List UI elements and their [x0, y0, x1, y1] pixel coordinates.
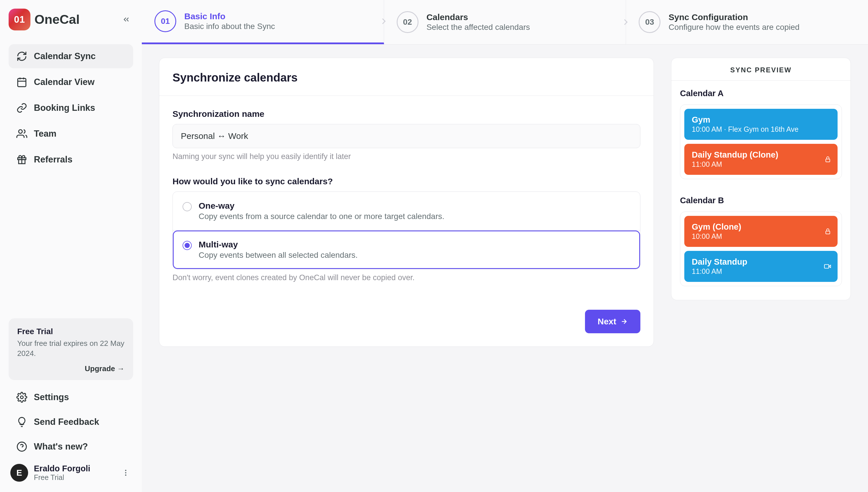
radio-option-one-way[interactable]: One-way Copy events from a source calend…: [173, 192, 640, 230]
more-vertical-icon: [122, 469, 130, 477]
sidebar-item-settings[interactable]: Settings: [8, 386, 133, 409]
team-icon: [16, 128, 28, 140]
sidebar-item-calendar-sync[interactable]: Calendar Sync: [8, 44, 133, 68]
sync-name-input[interactable]: [173, 124, 640, 148]
sidebar-item-label: Referrals: [34, 154, 72, 165]
brand-name: OneCal: [34, 12, 80, 27]
step-body: Calendars Select the affected calendars: [426, 13, 530, 32]
preview-header: SYNC PREVIEW: [671, 58, 850, 81]
option-title: Multi-way: [199, 240, 358, 249]
step-subtitle: Select the affected calendars: [426, 23, 530, 32]
user-info: Eraldo Forgoli Free Trial: [34, 464, 114, 482]
chevron-left-icon: [122, 15, 131, 24]
user-name: Eraldo Forgoli: [34, 464, 114, 473]
svg-rect-0: [18, 78, 26, 87]
event-title: Gym (Clone): [692, 222, 830, 232]
link-icon: [16, 102, 28, 114]
event-card: Gym 10:00 AM · Flex Gym on 16th Ave Dail…: [680, 104, 842, 179]
form-body: Synchronization name Naming your sync wi…: [159, 96, 653, 301]
step-calendars[interactable]: 02 Calendars Select the affected calenda…: [384, 0, 626, 44]
sidebar-item-label: Calendar View: [34, 77, 94, 87]
video-icon: [824, 263, 831, 270]
radio-indicator: [182, 241, 192, 250]
option-title: One-way: [199, 201, 444, 211]
footer-nav: Settings Send Feedback What's new?: [8, 386, 133, 458]
user-menu-button[interactable]: [120, 467, 131, 478]
chevron-right-icon: [379, 16, 389, 26]
step-number: 03: [639, 11, 661, 33]
calendar-icon: [16, 76, 28, 88]
sidebar-item-whats-new[interactable]: What's new?: [8, 435, 133, 458]
page-title: Synchronize calendars: [173, 71, 640, 84]
sidebar-item-label: Settings: [34, 392, 69, 402]
svg-rect-16: [826, 231, 830, 234]
event-subtitle: 11:00 AM: [692, 267, 830, 275]
lightbulb-icon: [16, 416, 28, 428]
arrow-right-icon: [620, 318, 628, 325]
collapse-sidebar-button[interactable]: [119, 13, 133, 26]
next-button[interactable]: Next: [585, 310, 640, 333]
svg-point-8: [20, 396, 23, 399]
preview-panel: SYNC PREVIEW Calendar A Gym 10:00 AM · F…: [671, 58, 851, 300]
step-title: Sync Configuration: [669, 13, 799, 22]
step-body: Sync Configuration Configure how the eve…: [669, 13, 799, 32]
trial-card: Free Trial Your free trial expires on 22…: [8, 318, 133, 380]
calendar-name: Calendar B: [680, 196, 842, 205]
next-button-label: Next: [598, 317, 616, 326]
sidebar-item-label: Booking Links: [34, 103, 95, 113]
svg-rect-15: [826, 159, 830, 162]
step-title: Basic Info: [184, 11, 275, 21]
step-number: 02: [397, 11, 419, 33]
event-title: Daily Standup: [692, 257, 830, 267]
option-description: Copy events from a source calendar to on…: [199, 212, 444, 221]
gift-icon: [16, 154, 28, 165]
svg-rect-17: [824, 265, 829, 268]
stepper: 01 Basic Info Basic info about the Sync …: [142, 0, 868, 45]
step-subtitle: Basic info about the Sync: [184, 22, 275, 31]
event-gym: Gym 10:00 AM · Flex Gym on 16th Ave: [684, 109, 838, 140]
avatar: E: [10, 464, 28, 482]
sync-name-field: Synchronization name Naming your sync wi…: [173, 109, 640, 161]
sync-mode-radio-group: One-way Copy events from a source calend…: [173, 192, 640, 269]
main: 01 Basic Info Basic info about the Sync …: [142, 0, 868, 492]
calendar-a-section: Calendar A Gym 10:00 AM · Flex Gym on 16…: [671, 81, 850, 188]
form-head: Synchronize calendars: [159, 58, 653, 96]
option-description: Copy events between all selected calenda…: [199, 251, 358, 260]
event-subtitle: 10:00 AM · Flex Gym on 16th Ave: [692, 125, 830, 133]
sidebar-item-referrals[interactable]: Referrals: [8, 148, 133, 172]
sync-mode-hint: Don't worry, event clones created by One…: [173, 273, 640, 282]
svg-point-12: [125, 472, 127, 474]
sidebar-item-send-feedback[interactable]: Send Feedback: [8, 411, 133, 434]
lock-icon: [824, 228, 831, 235]
nav: Calendar Sync Calendar View Booking Link…: [8, 44, 133, 172]
brand[interactable]: 01 OneCal: [8, 8, 80, 30]
step-sync-configuration[interactable]: 03 Sync Configuration Configure how the …: [626, 0, 868, 44]
step-title: Calendars: [426, 13, 530, 22]
step-basic-info[interactable]: 01 Basic Info Basic info about the Sync: [142, 0, 384, 44]
brand-row: 01 OneCal: [8, 8, 133, 30]
trial-body: Your free trial expires on 22 May 2024.: [17, 339, 125, 359]
svg-point-11: [125, 470, 127, 471]
event-subtitle: 10:00 AM: [692, 232, 830, 241]
sync-icon: [16, 51, 28, 62]
sync-mode-field: How would you like to sync calendars? On…: [173, 176, 640, 282]
event-gym-clone: Gym (Clone) 10:00 AM: [684, 216, 838, 247]
lock-icon: [824, 156, 831, 163]
sidebar: 01 OneCal Calendar Sync Calendar View Bo…: [0, 0, 142, 492]
sidebar-item-label: Send Feedback: [34, 417, 99, 427]
sidebar-item-label: Calendar Sync: [34, 51, 96, 62]
radio-indicator: [182, 202, 192, 211]
user-row: E Eraldo Forgoli Free Trial: [8, 458, 133, 484]
form-panel: Synchronize calendars Synchronization na…: [159, 58, 654, 347]
event-card: Gym (Clone) 10:00 AM Daily Standup 11:00…: [680, 212, 842, 286]
radio-option-multi-way[interactable]: Multi-way Copy events between all select…: [173, 230, 640, 269]
step-number: 01: [154, 10, 176, 32]
brand-mark: 01: [8, 8, 30, 30]
sidebar-item-booking-links[interactable]: Booking Links: [8, 96, 133, 120]
upgrade-link[interactable]: Upgrade →: [17, 364, 125, 373]
event-daily-standup: Daily Standup 11:00 AM: [684, 251, 838, 282]
sidebar-item-team[interactable]: Team: [8, 122, 133, 146]
sidebar-item-label: Team: [34, 129, 56, 139]
sidebar-item-calendar-view[interactable]: Calendar View: [8, 70, 133, 94]
form-foot: Next: [159, 301, 653, 346]
